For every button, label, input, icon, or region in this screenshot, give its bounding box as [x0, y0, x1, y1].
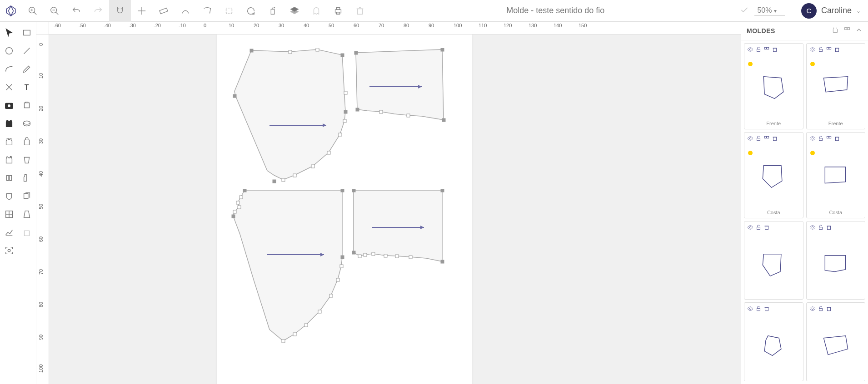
lock-icon[interactable]	[755, 46, 762, 54]
scan-tool[interactable]	[0, 241, 18, 260]
pattern-piece-front-2[interactable]	[354, 48, 449, 134]
seam-icon[interactable]	[218, 0, 240, 22]
shopping-tool[interactable]	[18, 223, 36, 241]
eye-icon[interactable]	[747, 224, 753, 232]
panel-collapse-icon[interactable]	[855, 26, 863, 35]
eye-icon[interactable]	[747, 305, 753, 314]
canvas[interactable]	[49, 34, 741, 384]
svg-rect-100	[773, 48, 777, 52]
zoom-out-icon[interactable]	[44, 0, 65, 22]
copy-icon[interactable]	[763, 46, 770, 54]
delete-icon[interactable]	[349, 0, 371, 22]
tank-tool[interactable]	[0, 133, 18, 151]
lock-icon[interactable]	[755, 305, 762, 314]
grid-tool[interactable]	[0, 205, 18, 223]
layers-icon[interactable]	[284, 0, 305, 22]
trash-icon[interactable]	[834, 46, 840, 54]
bodice-tool[interactable]	[0, 114, 18, 133]
ruler-icon[interactable]	[153, 0, 175, 22]
redo-icon[interactable]	[87, 0, 109, 22]
circle-tool[interactable]	[0, 42, 18, 60]
bag-tool[interactable]	[18, 133, 36, 151]
svg-text:T: T	[25, 83, 29, 91]
trash-icon[interactable]	[772, 135, 778, 143]
copy-icon[interactable]	[826, 46, 832, 54]
trash-icon[interactable]	[763, 224, 770, 232]
refresh-icon[interactable]	[240, 0, 262, 22]
zoom-in-icon[interactable]	[22, 0, 44, 22]
curve-icon[interactable]	[175, 0, 196, 22]
svg-rect-59	[354, 51, 358, 54]
lock-icon[interactable]	[818, 135, 824, 143]
piece-card[interactable]: Frente	[806, 43, 866, 129]
ruler-corner	[36, 22, 49, 34]
user-menu[interactable]: C Caroline ⌄	[794, 3, 868, 19]
piece-card[interactable]: Frente	[744, 43, 803, 129]
select-tool[interactable]	[0, 24, 18, 42]
copy-icon[interactable]	[763, 135, 770, 143]
eye-icon[interactable]	[809, 46, 816, 54]
eye-icon[interactable]	[809, 135, 816, 143]
spray-icon[interactable]	[262, 0, 284, 22]
curve-tool[interactable]	[0, 60, 18, 78]
vest-tool[interactable]	[0, 151, 18, 169]
trash-icon[interactable]	[763, 305, 770, 314]
piece-thumbnail	[820, 163, 852, 190]
lock-icon[interactable]	[818, 305, 824, 314]
undo-icon[interactable]	[65, 0, 87, 22]
left-tool-panel: T	[0, 22, 36, 384]
close-tool[interactable]	[0, 78, 18, 96]
svg-rect-122	[765, 226, 768, 230]
pocket-tool[interactable]	[0, 187, 18, 205]
eye-icon[interactable]	[809, 305, 816, 314]
skirt-tool[interactable]	[18, 205, 36, 223]
lock-icon[interactable]	[818, 224, 824, 232]
svg-rect-63	[379, 110, 383, 113]
pattern-piece-back-1[interactable]	[231, 189, 354, 348]
piece-card[interactable]	[744, 302, 803, 381]
piece-tool[interactable]	[18, 96, 36, 114]
svg-rect-43	[250, 49, 253, 52]
pattern-piece-front-1[interactable]	[231, 48, 358, 184]
pattern-piece-back-2[interactable]	[351, 189, 449, 271]
piece-card[interactable]: Costa	[806, 132, 866, 218]
piece-card[interactable]	[806, 221, 866, 300]
zoom-dropdown[interactable]: 50% ▾	[754, 5, 784, 16]
move-icon[interactable]	[131, 0, 153, 22]
line-tool[interactable]	[18, 42, 36, 60]
svg-rect-81	[239, 196, 243, 199]
camera-tool[interactable]	[0, 96, 18, 114]
piece-card[interactable]: Costa	[744, 132, 803, 218]
text-tool[interactable]: T	[18, 78, 36, 96]
tape-tool[interactable]	[18, 114, 36, 133]
pencil-tool[interactable]	[18, 60, 36, 78]
eye-icon[interactable]	[747, 46, 753, 54]
eye-icon[interactable]	[809, 224, 816, 232]
app-logo[interactable]	[0, 0, 22, 22]
panel-pieces-icon[interactable]	[843, 26, 851, 35]
trash-icon[interactable]	[826, 224, 832, 232]
confirm-icon[interactable]	[740, 5, 749, 16]
panel-shirt-icon[interactable]	[832, 26, 839, 35]
ghost-icon[interactable]	[305, 0, 327, 22]
mirror-tool[interactable]	[0, 169, 18, 187]
lock-icon[interactable]	[755, 224, 762, 232]
trash-icon[interactable]	[826, 305, 832, 314]
sleeve-tool[interactable]	[18, 151, 36, 169]
trash-icon[interactable]	[772, 46, 778, 54]
lock-icon[interactable]	[818, 46, 824, 54]
trash-icon[interactable]	[834, 135, 840, 143]
copy-icon[interactable]	[826, 135, 832, 143]
rectangle-tool[interactable]	[18, 24, 36, 42]
piece-card[interactable]	[744, 221, 803, 300]
path-icon[interactable]	[196, 0, 218, 22]
panel-tool[interactable]	[18, 169, 36, 187]
layers-tool[interactable]	[18, 187, 36, 205]
piece-label: Frente	[808, 120, 863, 127]
chart-tool[interactable]	[0, 223, 18, 241]
lock-icon[interactable]	[755, 135, 762, 143]
magnet-icon[interactable]	[109, 0, 131, 22]
print-icon[interactable]	[327, 0, 349, 22]
piece-card[interactable]	[806, 302, 866, 381]
eye-icon[interactable]	[747, 135, 753, 143]
